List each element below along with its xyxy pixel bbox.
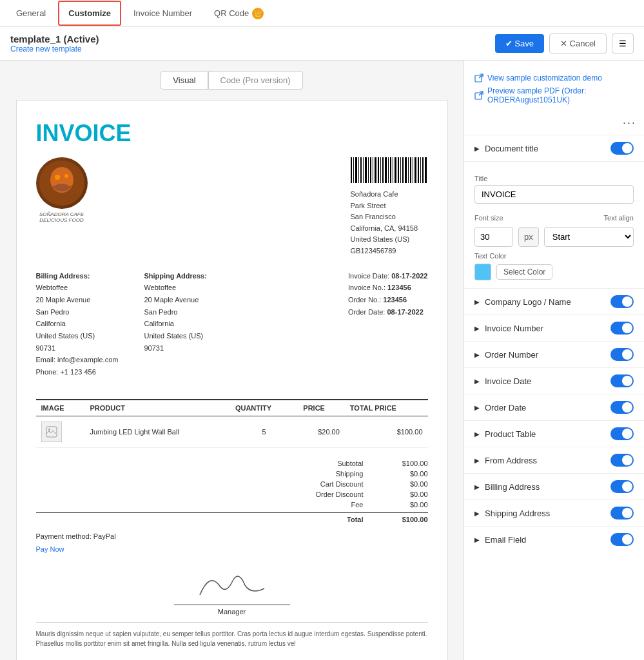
panel-options-button[interactable]: ··· [464, 116, 644, 135]
shipping-row: Shipping $0.00 [36, 469, 428, 479]
invoice-preview: INVOICE SOÑADORA CAFEDELIC [16, 100, 448, 660]
chevron-right-icon-9: ▶ [474, 510, 480, 517]
svg-rect-31 [415, 157, 416, 183]
totals-section: Subtotal $100.00 Shipping $0.00 Cart Dis… [36, 458, 428, 525]
svg-rect-5 [351, 157, 352, 183]
svg-rect-20 [388, 157, 389, 183]
visual-view-button[interactable]: Visual [161, 71, 208, 90]
svg-rect-32 [418, 157, 419, 183]
text-align-select[interactable]: Start Center End [544, 227, 634, 247]
email-field-toggle[interactable] [610, 533, 634, 546]
code-view-button[interactable]: Code (Pro version) [208, 71, 303, 90]
pdf-preview-link[interactable]: Preview sample PDF (Order: ORDERAugust10… [474, 86, 634, 104]
svg-rect-13 [370, 157, 371, 183]
font-size-input[interactable] [474, 227, 513, 247]
select-color-button[interactable]: Select Color [496, 264, 552, 280]
svg-rect-6 [353, 157, 354, 183]
logo-text: SOÑADORA CAFEDELICIOUS FOOD [39, 211, 84, 223]
template-name: template_1 (Active) [10, 34, 99, 44]
company-info: Soñadora Cafe Park Street San Francisco … [351, 189, 428, 257]
section-company-logo-label: Company Logo / Name [485, 297, 571, 307]
product-table-toggle[interactable] [610, 427, 634, 440]
chevron-right-icon: ▶ [474, 298, 480, 306]
chevron-right-icon-6: ▶ [474, 431, 480, 438]
fee-row: Fee $0.00 [36, 500, 428, 510]
svg-rect-28 [408, 157, 409, 183]
section-order-number[interactable]: ▶ Order Number [464, 341, 644, 367]
svg-rect-9 [360, 157, 362, 183]
section-billing-address[interactable]: ▶ Billing Address [464, 473, 644, 500]
header-actions: ✔ Save ✕ Cancel ☰ [495, 34, 634, 53]
invoice-date-toggle[interactable] [610, 374, 634, 387]
svg-point-3 [64, 174, 68, 178]
section-document-title[interactable]: ▶ Document title [464, 135, 644, 161]
svg-rect-35 [425, 157, 427, 183]
font-size-row: px Start Center End [474, 227, 634, 247]
product-table: IMAGE PRODUCT QUANTITY PRICE TOTAL PRICE [36, 399, 428, 448]
tab-qr-code[interactable]: QR Code 👑 [204, 1, 273, 26]
svg-rect-24 [398, 157, 399, 183]
section-order-number-label: Order Number [485, 350, 538, 360]
create-new-template-link[interactable]: Create new template [10, 44, 99, 53]
section-invoice-date[interactable]: ▶ Invoice Date [464, 367, 644, 394]
section-invoice-number[interactable]: ▶ Invoice Number [464, 315, 644, 341]
section-product-table[interactable]: ▶ Product Table [464, 420, 644, 447]
product-name-cell: Jumbing LED Light Wall Ball [85, 416, 230, 447]
save-button[interactable]: ✔ Save [495, 34, 544, 53]
company-logo [36, 157, 88, 209]
signature-area: Manager [36, 566, 428, 616]
table-row: Jumbing LED Light Wall Ball 5 $20.00 $10… [36, 416, 428, 447]
section-shipping-address[interactable]: ▶ Shipping Address [464, 500, 644, 526]
invoice-title: INVOICE [36, 120, 428, 147]
col-product: PRODUCT [85, 400, 230, 416]
from-address-toggle[interactable] [610, 454, 634, 467]
pay-now-row: Pay Now [36, 545, 428, 553]
order-date-toggle[interactable] [610, 401, 634, 414]
svg-rect-18 [382, 157, 384, 183]
color-swatch[interactable] [474, 264, 491, 280]
invoice-number-toggle[interactable] [610, 322, 634, 335]
svg-rect-27 [405, 157, 407, 183]
tab-invoice-number[interactable]: Invoice Number [124, 1, 202, 25]
svg-rect-11 [365, 157, 367, 183]
section-from-address[interactable]: ▶ From Address [464, 447, 644, 473]
external-link-icon-2 [474, 91, 483, 100]
section-company-logo[interactable]: ▶ Company Logo / Name [464, 288, 644, 315]
cancel-button[interactable]: ✕ Cancel [549, 34, 607, 53]
menu-button[interactable]: ☰ [612, 34, 634, 53]
title-input[interactable] [474, 185, 634, 204]
svg-rect-12 [368, 157, 369, 183]
header-left: template_1 (Active) Create new template [10, 34, 99, 53]
pay-now-link[interactable]: Pay Now [36, 545, 64, 553]
svg-rect-16 [378, 157, 379, 183]
svg-rect-26 [402, 157, 404, 183]
order-number-toggle[interactable] [610, 348, 634, 361]
document-title-toggle[interactable] [610, 142, 634, 155]
title-field-label: Title [474, 175, 634, 182]
payment-method-row: Payment method: PayPal [36, 532, 428, 540]
svg-rect-8 [358, 157, 359, 183]
barcode-area: Soñadora Cafe Park Street San Francisco … [351, 157, 428, 257]
section-invoice-number-label: Invoice Number [485, 324, 543, 333]
svg-rect-19 [385, 157, 387, 183]
invoice-top: SOÑADORA CAFEDELICIOUS FOOD [36, 157, 428, 257]
svg-rect-10 [363, 157, 364, 183]
billing-address-toggle[interactable] [610, 480, 634, 493]
color-row: Select Color [474, 264, 634, 280]
shipping-address-toggle[interactable] [610, 507, 634, 519]
tab-customize[interactable]: Customize [58, 1, 121, 26]
section-email-field[interactable]: ▶ Email Field [464, 526, 644, 552]
company-logo-toggle[interactable] [610, 295, 634, 308]
col-quantity: QUANTITY [230, 400, 298, 416]
section-shipping-address-label: Shipping Address [485, 509, 550, 518]
tab-general[interactable]: General [6, 1, 55, 25]
col-image: IMAGE [36, 400, 85, 416]
chevron-right-icon-3: ▶ [474, 351, 480, 358]
demo-link[interactable]: View sample customization demo [474, 73, 634, 82]
svg-rect-17 [380, 157, 381, 183]
chevron-right-icon-4: ▶ [474, 378, 480, 385]
product-price-cell: $20.00 [298, 416, 344, 447]
product-total-cell: $100.00 [345, 416, 428, 447]
section-order-date[interactable]: ▶ Order Date [464, 394, 644, 420]
col-total-price: TOTAL PRICE [345, 400, 428, 416]
